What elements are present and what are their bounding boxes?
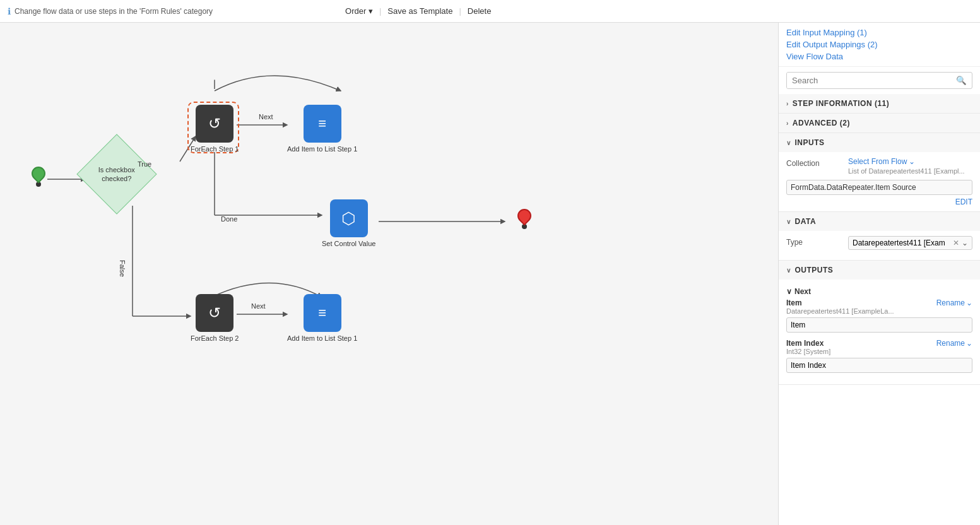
next-output-section: ∨ Next Item Rename ⌄ Datarepeatertest411 [786,285,972,373]
main-layout: Is checkbox checked? True False Next Nex… [0,23,980,525]
inputs-header[interactable]: ∨ INPUTS [779,133,980,152]
foreach1-label: ForEach Step 1 [191,145,239,153]
info-icon: ℹ [8,6,11,16]
type-value-wrap: Datarepeatertest411 [Exam ✕ ⌄ [848,236,972,250]
set-control-node[interactable]: ⬡ Set Control Value [322,199,375,247]
item-index-rename-button[interactable]: Rename ⌄ [936,339,972,348]
type-label: Type [786,236,843,247]
foreach1-node[interactable]: ↺ ForEach Step 1 [191,105,239,153]
type-clear-button[interactable]: ✕ [953,239,959,247]
data-body: Type Datarepeatertest411 [Exam ✕ ⌄ [779,231,980,260]
search-input[interactable] [787,73,951,88]
collection-label: Collection [786,157,843,168]
start-pin [32,167,45,187]
list2-box: ≡ [304,294,341,332]
item-index-subtext: Int32 [System] [786,348,972,355]
source-input[interactable] [786,180,972,195]
item-output-header: Item Rename ⌄ [786,298,972,307]
advanced-chevron: › [786,120,789,127]
next-chevron: ∨ [786,287,792,296]
next-label: Next [794,287,811,296]
item-name: Item [786,298,802,307]
item-index-name: Item Index [786,339,824,348]
step-info-chevron: › [786,100,789,107]
top-bar: ℹ Change flow data or use steps in the '… [0,0,980,23]
type-field: Datarepeatertest411 [Exam ✕ ⌄ [848,236,972,250]
inputs-chevron: ∨ [786,139,791,146]
panel-links: Edit Input Mapping (1) Edit Output Mappi… [779,23,980,67]
done-label: Done [221,215,237,223]
condition-label: Is checkbox checked? [89,165,145,184]
flow-canvas[interactable]: Is checkbox checked? True False Next Nex… [0,23,778,525]
step-info-label: STEP INFORMATION (11) [793,99,889,108]
foreach2-box: ↺ [196,294,233,332]
list1-box: ≡ [304,105,341,143]
edit-output-link[interactable]: Edit Output Mappings (2) [786,40,972,49]
collection-value-wrap: Select From Flow ⌄ List of Datarepeatert… [848,157,972,175]
advanced-label: ADVANCED (2) [793,119,850,127]
advanced-header[interactable]: › ADVANCED (2) [779,114,980,133]
order-button[interactable]: Order ▾ [339,3,379,20]
step-info-header[interactable]: › STEP INFORMATION (11) [779,94,980,113]
top-actions: Order ▾ | Save as Template | Delete [339,3,497,20]
set-control-box: ⬡ [330,199,368,237]
next1-label: Next [259,113,273,121]
view-flow-link[interactable]: View Flow Data [786,52,972,61]
foreach2-node[interactable]: ↺ ForEach Step 2 [191,294,239,342]
item-output: Item Rename ⌄ Datarepeatertest411 [Examp… [786,298,972,333]
item-index-input[interactable] [786,358,972,373]
info-bar: ℹ Change flow data or use steps in the '… [8,6,213,16]
type-chevron[interactable]: ⌄ [962,239,968,247]
item-subtext: Datarepeatertest411 [ExampleLa... [786,307,972,315]
info-text: Change flow data or use steps in the 'Fo… [15,7,213,16]
search-button[interactable]: 🔍 [951,73,972,88]
end-pin [517,209,531,229]
item-rename-button[interactable]: Rename ⌄ [936,298,972,307]
collection-field-row: Collection Select From Flow ⌄ List of Da… [786,157,972,175]
foreach1-box: ↺ [196,105,233,143]
advanced-section: › ADVANCED (2) [779,114,980,133]
outputs-header[interactable]: ∨ OUTPUTS [779,261,980,280]
list1-label: Add Item to List Step 1 [287,145,357,153]
next2-label: Next [251,302,266,310]
outputs-chevron: ∨ [786,267,791,274]
data-section: ∨ DATA Type Datarepeatertest411 [Exam ✕ … [779,212,980,261]
edit-input-link[interactable]: Edit Input Mapping (1) [786,28,972,37]
collection-subtext: List of Datarepeatertest411 [Exampl... [848,167,972,175]
delete-button[interactable]: Delete [461,3,498,20]
foreach2-label: ForEach Step 2 [191,334,239,342]
inputs-section: ∨ INPUTS Collection Select From Flow ⌄ L… [779,133,980,212]
right-panel: Edit Input Mapping (1) Edit Output Mappi… [778,23,980,525]
item-index-output: Item Index Rename ⌄ Int32 [System] [786,339,972,373]
outputs-label: OUTPUTS [795,266,834,274]
outputs-section: ∨ OUTPUTS ∨ Next Item Rename [779,261,980,385]
search-box: 🔍 [786,72,972,89]
next-output-header[interactable]: ∨ Next [786,285,972,298]
outputs-body: ∨ Next Item Rename ⌄ Datarepeatertest411 [779,280,980,384]
source-input-wrap: EDIT [786,180,972,206]
list2-node[interactable]: ≡ Add Item to List Step 1 [287,294,357,342]
item-index-output-header: Item Index Rename ⌄ [786,339,972,348]
step-info-section: › STEP INFORMATION (11) [779,94,980,114]
list1-node[interactable]: ≡ Add Item to List Step 1 [287,105,357,153]
diamond-shape: Is checkbox checked? [76,134,156,214]
flow-connectors [0,23,778,525]
set-control-label: Set Control Value [322,240,375,247]
inputs-label: INPUTS [795,138,825,147]
list2-label: Add Item to List Step 1 [287,334,357,342]
edit-link[interactable]: EDIT [786,198,972,206]
collection-value: Select From Flow [848,157,907,166]
type-field-row: Type Datarepeatertest411 [Exam ✕ ⌄ [786,236,972,250]
false-label: False [119,260,126,277]
data-header[interactable]: ∨ DATA [779,212,980,231]
item-input[interactable] [786,317,972,333]
collection-chevron: ⌄ [909,157,915,166]
true-label: True [138,160,151,168]
collection-select-link[interactable]: Select From Flow ⌄ [848,157,972,166]
type-field-text: Datarepeatertest411 [Exam [853,239,953,247]
data-chevron: ∨ [786,218,791,225]
condition-node[interactable]: Is checkbox checked? [88,146,145,203]
inputs-body: Collection Select From Flow ⌄ List of Da… [779,152,980,211]
save-template-button[interactable]: Save as Template [381,3,459,20]
data-label: DATA [795,217,817,226]
